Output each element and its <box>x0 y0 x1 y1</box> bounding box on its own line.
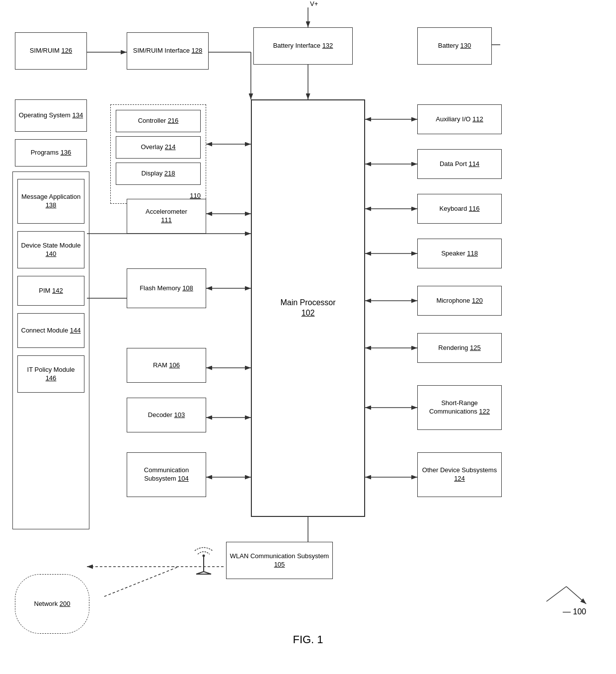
ram-box: RAM 106 <box>127 348 206 383</box>
comm-subsystem-box: Communication Subsystem 104 <box>127 452 206 497</box>
software-modules-group <box>12 171 89 529</box>
connect-module-label: Connect Module 144 <box>21 327 81 335</box>
svg-point-39 <box>203 555 205 557</box>
comm-subsystem-label: Communication Subsystem 104 <box>130 466 203 483</box>
battery-box: Battery 130 <box>417 27 492 65</box>
accelerometer-label: Accelerometer111 <box>146 208 187 225</box>
main-processor-label: Main Processor102 <box>280 298 335 319</box>
ram-label: RAM 106 <box>153 361 180 370</box>
rendering-box: Rendering 125 <box>417 333 502 363</box>
display-box: Display 218 <box>116 163 201 185</box>
operating-system-label: Operating System 134 <box>19 111 83 120</box>
wlan-label: WLAN Communication Subsystem 105 <box>230 552 329 569</box>
flash-memory-label: Flash Memory 108 <box>140 284 193 293</box>
other-device-box: Other Device Subsystems 124 <box>417 452 502 497</box>
svg-line-32 <box>104 567 179 596</box>
connect-module-box: Connect Module 144 <box>17 313 84 348</box>
device-state-label: Device State Module 140 <box>21 242 81 258</box>
display-group-box: Controller 216 Overlay 214 Display 218 1… <box>110 104 206 204</box>
decoder-label: Decoder 103 <box>148 411 185 420</box>
operating-system-box: Operating System 134 <box>15 99 87 132</box>
overlay-label: Overlay 214 <box>141 143 175 152</box>
speaker-box: Speaker 118 <box>417 239 502 268</box>
sim-ruim-interface-label: SIM/RUIM Interface 128 <box>133 47 202 55</box>
device-state-box: Device State Module 140 <box>17 231 84 268</box>
ref-100-label: — 100 <box>563 607 586 616</box>
message-app-label: Message Application 138 <box>21 193 81 210</box>
auxiliary-io-label: Auxiliary I/O 112 <box>436 115 483 124</box>
network-label: Network 200 <box>34 600 71 608</box>
main-processor-box: Main Processor102 <box>251 99 365 517</box>
battery-interface-label: Battery Interface 132 <box>273 42 333 50</box>
pim-box: PIM 142 <box>17 276 84 306</box>
svg-line-33 <box>546 587 566 601</box>
controller-box: Controller 216 <box>116 110 201 132</box>
it-policy-box: IT Policy Module 146 <box>17 355 84 393</box>
wlan-box: WLAN Communication Subsystem 105 <box>226 542 333 579</box>
sim-ruim-box: SIM/RUIM 126 <box>15 32 87 70</box>
rendering-label: Rendering 125 <box>438 344 480 352</box>
battery-interface-box: Battery Interface 132 <box>253 27 353 65</box>
battery-label: Battery 130 <box>438 42 471 50</box>
decoder-box: Decoder 103 <box>127 398 206 432</box>
data-port-label: Data Port 114 <box>440 160 479 168</box>
keyboard-box: Keyboard 116 <box>417 194 502 224</box>
fig-label: FIG. 1 <box>293 633 323 646</box>
data-port-box: Data Port 114 <box>417 149 502 179</box>
display-label: Display 218 <box>142 169 175 178</box>
keyboard-label: Keyboard 116 <box>440 205 480 213</box>
auxiliary-io-box: Auxiliary I/O 112 <box>417 104 502 134</box>
message-app-box: Message Application 138 <box>17 179 84 224</box>
speaker-label: Speaker 118 <box>441 250 478 258</box>
it-policy-label: IT Policy Module 146 <box>21 366 81 383</box>
microphone-label: Microphone 120 <box>436 297 482 305</box>
short-range-label: Short-Range Communications 122 <box>421 399 498 416</box>
controller-label: Controller 216 <box>138 117 179 125</box>
flash-memory-box: Flash Memory 108 <box>127 268 206 308</box>
other-device-label: Other Device Subsystems 124 <box>421 466 498 483</box>
programs-box: Programs 136 <box>15 139 87 167</box>
pim-label: PIM 142 <box>39 287 63 295</box>
short-range-box: Short-Range Communications 122 <box>417 385 502 430</box>
svg-line-34 <box>566 587 586 604</box>
microphone-box: Microphone 120 <box>417 286 502 316</box>
accelerometer-box: Accelerometer111 <box>127 199 206 234</box>
diagram: V+ <box>0 0 616 656</box>
antenna-icon <box>189 542 219 582</box>
overlay-box: Overlay 214 <box>116 136 201 159</box>
svg-text:V+: V+ <box>310 0 318 7</box>
programs-label: Programs 136 <box>31 149 72 157</box>
network-box: Network 200 <box>15 574 89 634</box>
sim-ruim-label: SIM/RUIM 126 <box>30 47 72 55</box>
sim-ruim-interface-box: SIM/RUIM Interface 128 <box>127 32 209 70</box>
